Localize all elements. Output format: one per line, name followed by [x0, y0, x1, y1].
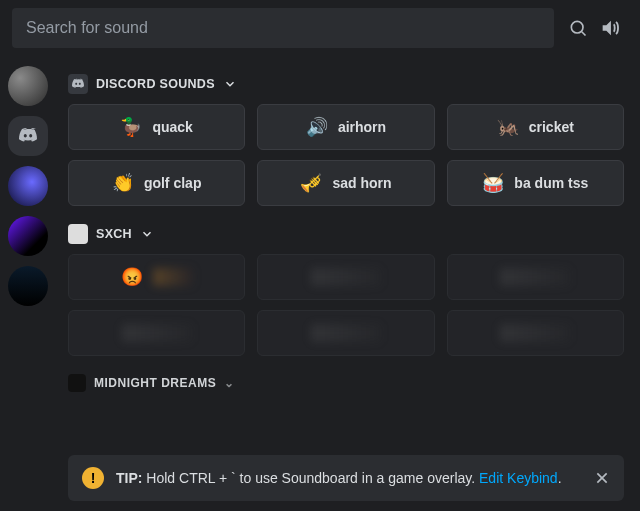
sound-label: golf clap — [144, 175, 202, 191]
speaker-icon: 🔊 — [306, 118, 328, 136]
tip-suffix: . — [558, 470, 562, 486]
locked-label — [311, 324, 381, 342]
volume-icon[interactable] — [594, 12, 626, 44]
edit-keybind-link[interactable]: Edit Keybind — [479, 470, 558, 486]
sound-locked[interactable] — [68, 310, 245, 356]
section-header-midnight[interactable]: MIDNIGHT DREAMS ⌄ — [68, 374, 624, 392]
search-bar — [0, 0, 640, 56]
section-title: MIDNIGHT DREAMS — [94, 376, 216, 390]
sound-sad-horn[interactable]: 🎺 sad horn — [257, 160, 434, 206]
sound-label: ba dum tss — [514, 175, 588, 191]
tip-prefix: TIP: — [116, 470, 142, 486]
search-input[interactable] — [12, 8, 554, 48]
sound-quack[interactable]: 🦆 quack — [68, 104, 245, 150]
server-avatar[interactable] — [8, 66, 48, 106]
cricket-icon: 🦗 — [497, 118, 519, 136]
section-header-sxch[interactable]: SXCH — [68, 224, 624, 244]
locked-label — [500, 324, 570, 342]
close-icon[interactable] — [590, 466, 614, 490]
soundboard-content: DISCORD SOUNDS 🦆 quack 🔊 airhorn 🦗 crick… — [56, 56, 640, 511]
search-icon[interactable] — [562, 12, 594, 44]
server-icon — [68, 224, 88, 244]
chevron-down-icon — [140, 227, 154, 241]
server-discord[interactable] — [8, 116, 48, 156]
locked-label — [122, 324, 192, 342]
trumpet-icon: 🎺 — [300, 174, 322, 192]
chevron-down-icon: ⌄ — [224, 376, 235, 390]
server-avatar[interactable] — [8, 166, 48, 206]
sound-ba-dum-tss[interactable]: 🥁 ba dum tss — [447, 160, 624, 206]
warning-icon: ! — [82, 467, 104, 489]
server-avatar[interactable] — [8, 216, 48, 256]
svg-point-0 — [571, 21, 583, 33]
sound-label: quack — [152, 119, 192, 135]
locked-label — [153, 268, 193, 286]
sound-airhorn[interactable]: 🔊 airhorn — [257, 104, 434, 150]
sound-locked[interactable] — [447, 254, 624, 300]
sound-label: cricket — [529, 119, 574, 135]
tip-body: Hold CTRL + ` to use Soundboard in a gam… — [146, 470, 475, 486]
locked-label — [311, 268, 381, 286]
discord-logo-icon — [68, 74, 88, 94]
sound-locked[interactable]: 😡 — [68, 254, 245, 300]
sound-cricket[interactable]: 🦗 cricket — [447, 104, 624, 150]
sound-label: sad horn — [332, 175, 391, 191]
angry-icon: 😡 — [121, 268, 143, 286]
drum-icon: 🥁 — [482, 174, 504, 192]
section-title: SXCH — [96, 227, 132, 241]
svg-line-1 — [582, 32, 586, 36]
server-avatar[interactable] — [8, 266, 48, 306]
server-rail — [0, 56, 56, 511]
sound-locked[interactable] — [447, 310, 624, 356]
chevron-down-icon — [223, 77, 237, 91]
server-icon — [68, 374, 86, 392]
sound-locked[interactable] — [257, 254, 434, 300]
locked-label — [500, 268, 570, 286]
sound-grid-sxch: 😡 — [68, 254, 624, 356]
tip-banner: ! TIP: Hold CTRL + ` to use Soundboard i… — [68, 455, 624, 501]
section-title: DISCORD SOUNDS — [96, 77, 215, 91]
sound-grid-discord: 🦆 quack 🔊 airhorn 🦗 cricket 👏 golf clap … — [68, 104, 624, 206]
sound-label: airhorn — [338, 119, 386, 135]
section-header-discord[interactable]: DISCORD SOUNDS — [68, 74, 624, 94]
sound-locked[interactable] — [257, 310, 434, 356]
duck-icon: 🦆 — [120, 118, 142, 136]
clap-icon: 👏 — [112, 174, 134, 192]
sound-golf-clap[interactable]: 👏 golf clap — [68, 160, 245, 206]
tip-text: TIP: Hold CTRL + ` to use Soundboard in … — [116, 469, 562, 488]
